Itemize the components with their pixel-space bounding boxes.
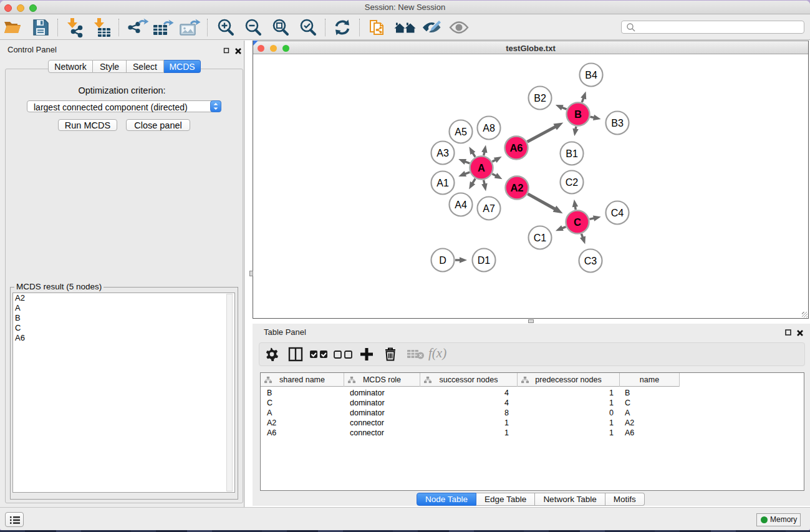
svg-text:A: A	[478, 162, 485, 173]
svg-text:C4: C4	[611, 208, 624, 218]
svg-text:B3: B3	[611, 118, 624, 128]
svg-text:C2: C2	[566, 177, 579, 188]
svg-text:A3: A3	[436, 148, 449, 158]
svg-text:C1: C1	[534, 233, 547, 243]
svg-text:B4: B4	[585, 70, 597, 80]
svg-text:A2: A2	[510, 182, 523, 193]
svg-text:A4: A4	[455, 200, 467, 210]
svg-text:B1: B1	[566, 148, 578, 159]
svg-text:D: D	[439, 255, 446, 266]
svg-text:C3: C3	[584, 256, 597, 266]
svg-text:A7: A7	[483, 203, 495, 214]
svg-text:B2: B2	[534, 93, 546, 104]
svg-text:D1: D1	[478, 255, 491, 266]
svg-text:A1: A1	[436, 178, 449, 188]
svg-text:A5: A5	[455, 127, 467, 137]
svg-text:A6: A6	[509, 142, 523, 153]
svg-text:B: B	[574, 109, 582, 120]
svg-text:C: C	[574, 216, 581, 228]
svg-text:A8: A8	[483, 123, 495, 133]
